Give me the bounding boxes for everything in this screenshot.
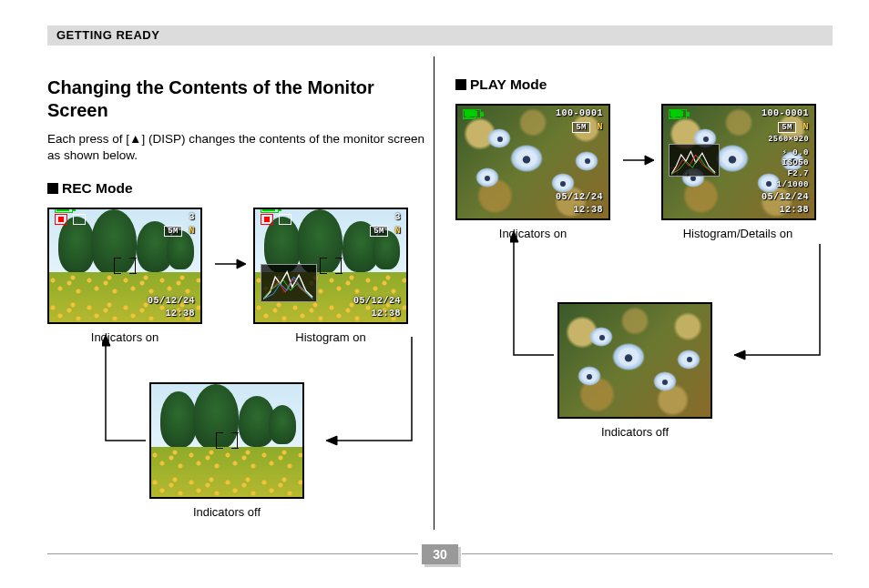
osd-size: 5M xyxy=(778,122,796,133)
caption-indicators-off: Indicators off xyxy=(149,505,304,519)
osd-date: 05/12/24 xyxy=(762,192,809,202)
osd-folder-file: 100-0001 xyxy=(762,108,809,118)
osd-date: 05/12/24 xyxy=(148,296,195,306)
battery-icon xyxy=(55,209,73,213)
play-mode-diagram: 100-0001 5M N 05/12/24 12:38 Indicators … xyxy=(455,104,838,486)
histogram-panel xyxy=(261,264,317,302)
osd-time: 12:38 xyxy=(573,205,603,215)
rec-scene xyxy=(151,384,302,497)
osd-shots-remaining: 3 xyxy=(189,212,195,222)
svg-marker-3 xyxy=(102,335,110,346)
svg-marker-7 xyxy=(510,231,518,242)
osd-size: 5M xyxy=(370,226,388,237)
osd-date: 05/12/24 xyxy=(353,296,401,306)
footer-rule-left xyxy=(47,553,418,554)
rec-screen-indicators-off xyxy=(149,382,304,499)
svg-marker-1 xyxy=(237,259,246,269)
osd-size: 5M xyxy=(164,226,182,237)
arrow-right-icon xyxy=(213,257,246,271)
osd-quality: N xyxy=(189,226,195,236)
rec-mode-label: REC Mode xyxy=(62,180,133,196)
rec-mode-icon xyxy=(55,214,67,225)
page-number: 30 xyxy=(422,544,458,564)
osd-quality: N xyxy=(394,226,401,236)
antishake-icon xyxy=(279,214,291,225)
osd-quality: N xyxy=(597,122,603,132)
arrow-down-path-icon xyxy=(321,331,421,468)
intro-paragraph: Each press of [▲] (DISP) changes the con… xyxy=(47,131,430,164)
svg-marker-6 xyxy=(734,350,745,360)
osd-time: 12:38 xyxy=(165,309,195,319)
antishake-icon xyxy=(73,214,86,225)
right-column: PLAY Mode 100-0001 5M N 05/12/24 12:38 I… xyxy=(455,53,838,486)
osd-date: 05/12/24 xyxy=(556,192,603,202)
battery-icon xyxy=(463,109,481,118)
column-divider xyxy=(434,56,434,530)
osd-resolution: 2560×920 xyxy=(768,135,809,144)
arrow-up-path-icon xyxy=(102,331,157,468)
rec-scene: 3 5M N 05/12/24 12:38 xyxy=(255,209,406,322)
rec-mode-diagram: 3 5M N 05/12/24 12:38 Indicators on 3 5M… xyxy=(47,208,430,535)
section-title: GETTING READY xyxy=(56,28,159,42)
osd-folder-file: 100-0001 xyxy=(556,108,603,118)
osd-iso: ISO50 xyxy=(782,158,809,167)
left-column: Changing the Contents of the Monitor Scr… xyxy=(47,53,430,535)
rec-mode-heading: REC Mode xyxy=(47,180,430,197)
square-bullet-icon xyxy=(455,79,466,90)
play-mode-label: PLAY Mode xyxy=(470,76,547,92)
rec-scene: 3 5M N 05/12/24 12:38 xyxy=(49,209,200,322)
page-title: Changing the Contents of the Monitor Scr… xyxy=(47,76,430,122)
osd-aperture: F2.7 xyxy=(787,169,809,178)
svg-marker-5 xyxy=(645,156,654,165)
osd-quality: N xyxy=(803,122,809,132)
play-scene: 100-0001 5M N 2560×920 ⚡ 0.0 ISO50 F2.7 … xyxy=(663,106,814,218)
arrow-up-path-icon xyxy=(510,228,565,382)
osd-time: 12:38 xyxy=(371,309,401,319)
focus-frame-icon xyxy=(216,432,238,449)
caption-play-indicators-off: Indicators off xyxy=(557,425,712,439)
histogram-icon xyxy=(671,147,717,176)
osd-ev: ⚡ 0.0 xyxy=(782,147,809,157)
play-screen-indicators-on: 100-0001 5M N 05/12/24 12:38 xyxy=(455,104,610,220)
osd-shots-remaining: 3 xyxy=(394,212,401,222)
focus-frame-icon xyxy=(114,258,136,274)
play-screen-histogram-details: 100-0001 5M N 2560×920 ⚡ 0.0 ISO50 F2.7 … xyxy=(661,104,816,220)
arrow-down-path-icon xyxy=(729,228,829,382)
section-header: GETTING READY xyxy=(47,25,833,46)
page-footer: 30 xyxy=(47,544,833,564)
histogram-panel xyxy=(669,144,720,177)
play-scene xyxy=(559,304,711,417)
play-screen-indicators-off xyxy=(557,302,712,419)
osd-size: 5M xyxy=(572,122,590,133)
rec-screen-histogram-on: 3 5M N 05/12/24 12:38 xyxy=(253,208,408,324)
footer-rule-right xyxy=(462,553,833,554)
focus-frame-icon xyxy=(320,258,342,274)
rec-screen-indicators-on: 3 5M N 05/12/24 12:38 xyxy=(47,208,202,324)
play-scene: 100-0001 5M N 05/12/24 12:38 xyxy=(457,106,608,218)
rec-mode-icon xyxy=(261,214,273,225)
osd-time: 12:38 xyxy=(779,205,809,215)
osd-shutter: 1/1000 xyxy=(777,180,809,189)
arrow-right-icon xyxy=(621,153,654,167)
square-bullet-icon xyxy=(47,183,58,194)
battery-icon xyxy=(669,109,687,118)
histogram-icon xyxy=(263,267,314,300)
svg-marker-2 xyxy=(326,436,337,445)
play-mode-heading: PLAY Mode xyxy=(455,76,838,93)
battery-icon xyxy=(261,209,279,213)
